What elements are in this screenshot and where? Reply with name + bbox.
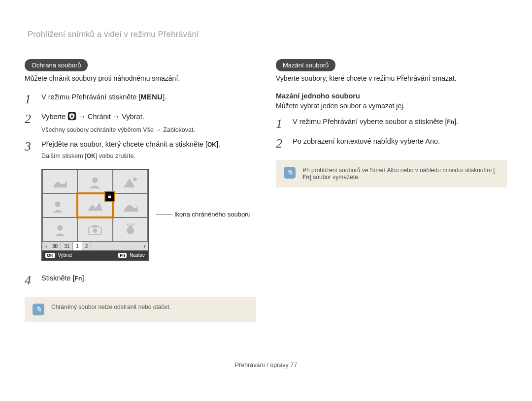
sub-heading-single-delete: Mazání jednoho souboru [276,92,507,100]
svg-rect-7 [108,196,111,198]
note-text: Chráněný soubor nelze odstranit nebo otá… [51,304,171,310]
section-pill-protect: Ochrana souborů [25,59,88,71]
date-cell-spacer [91,242,141,250]
footer-page-number: 77 [290,362,297,369]
thumbnail [42,193,77,217]
camera-date-strip: ‹ 30 31 1 2 › [42,242,148,250]
step4-text-b: ]. [82,274,86,282]
step2-text-b: → Chránit → Vybrat. [76,113,144,121]
svg-point-2 [92,177,98,183]
date-cell-active: 1 [73,242,82,250]
camera-action-bar: OK Vybrat Fn Nastav [42,250,148,260]
page-title: Prohlížení snímků a videí v režimu Přehr… [25,30,507,39]
camera-screen: ‹ 30 31 1 2 › OK Vybrat Fn Nastav [41,169,149,261]
step-number: 4 [25,273,41,288]
chevron-left-icon: ‹ [42,242,49,250]
left-column: Ochrana souborů Můžete chránit soubory p… [25,59,256,322]
step3-text-a: Přejděte na soubor, který chcete chránit… [41,140,207,148]
single-delete-lead: Můžete vybrat jeden soubor a vymazat jej… [276,102,507,110]
step-2: 2 Vyberte → Chránit → Vybrat. Všechny so… [25,112,256,134]
fn-button-label: Fn [447,118,455,126]
step-number: 3 [25,139,41,154]
date-cell: 30 [49,242,61,250]
caption-leader-line [156,215,172,215]
thumbnail [77,170,112,194]
note-box-protect: ✎ Chráněný soubor nelze odstranit nebo o… [25,297,256,322]
ok-key-icon: OK [45,253,55,258]
date-cell: 31 [61,242,73,250]
thumbnail [113,217,148,242]
step-3: 3 Přejděte na soubor, který chcete chrán… [25,139,256,160]
thumbnail [113,193,148,217]
svg-rect-11 [92,225,98,228]
step4-text-a: Stiskněte [ [41,274,75,282]
step3-sub-b: ] volbu zrušíte. [96,153,135,159]
step2-text-a: Vyberte [41,113,67,121]
step1-text-a: V režimu Přehrávání stiskněte [ [41,93,140,101]
note-text: Při prohlížení souborů ve Smart Albu neb… [302,167,499,181]
note-icon: ✎ [284,167,296,179]
rstep2-text: Po zobrazení kontextové nabídky vyberte … [293,137,440,145]
fn-button-label: Fn [75,275,82,283]
lock-badge-icon [104,191,115,202]
fn-button-label: Fn [302,174,310,181]
page-footer: Přehrávání / úpravy 77 [25,362,507,369]
step2-sub: Všechny soubory ochráníte výběrem Vše → … [41,125,256,134]
thumbnail [42,170,77,194]
protect-lead: Můžete chránit soubory proti náhodnému s… [25,74,256,82]
svg-point-8 [57,225,63,231]
step3-text-b: ]. [216,140,220,148]
date-cell: 2 [82,242,92,250]
ok-button-label: OK [87,152,96,160]
chevron-right-icon: › [141,242,148,250]
step3-sub-a: Dalším stiskem [ [41,153,87,159]
menu-button-label: MENU [140,93,163,101]
right-step-2: 2 Po zobrazení kontextové nabídky vybert… [276,136,507,151]
step-number: 1 [276,117,293,131]
svg-point-12 [127,227,134,235]
svg-rect-1 [71,116,73,117]
camera-caption: Ikona chráněného souboru [156,211,251,219]
step-number: 2 [276,136,293,151]
step-1: 1 V režimu Přehrávání stiskněte [MENU]. [25,92,256,107]
fn-key-icon: Fn [118,253,127,258]
thumbnail [42,217,77,242]
camera-illustration: ‹ 30 31 1 2 › OK Vybrat Fn Nastav [41,169,256,261]
bar-label-vybrat: Vybrat [58,252,72,258]
note-box-delete: ✎ Při prohlížení souborů ve Smart Albu n… [276,160,507,187]
section-pill-delete: Mazání souborů [276,59,335,71]
thumbnail-selected [77,193,112,217]
footer-text: Přehrávání / úpravy [235,362,291,369]
thumbnail [77,217,112,242]
step1-text-b: ]. [163,93,166,101]
step-number: 2 [25,112,41,126]
svg-point-4 [133,177,136,181]
svg-point-10 [93,228,97,233]
delete-lead: Vyberte soubory, které chcete v režimu P… [276,74,507,82]
note-icon: ✎ [33,304,44,315]
ok-button-label: OK [207,141,216,149]
rstep1-text-a: V režimu Přehrávání vyberte soubor a sti… [293,118,447,125]
bar-label-nastav: Nastav [130,252,145,258]
rstep1-text-b: ]. [454,118,458,125]
right-step-1: 1 V režimu Přehrávání vyberte soubor a s… [276,117,507,131]
caption-text: Ikona chráněného souboru [174,211,251,218]
step-number: 1 [25,92,41,107]
note-text-b: ] soubor vymažete. [310,174,360,181]
svg-marker-6 [88,202,102,211]
thumbnail [113,170,148,194]
step-4: 4 Stiskněte [Fn]. [25,273,256,288]
shield-icon [67,112,76,123]
svg-point-5 [55,201,60,207]
right-column: Mazání souborů Vyberte soubory, které ch… [276,59,507,322]
note-text-a: Při prohlížení souborů ve Smart Albu neb… [302,167,495,174]
